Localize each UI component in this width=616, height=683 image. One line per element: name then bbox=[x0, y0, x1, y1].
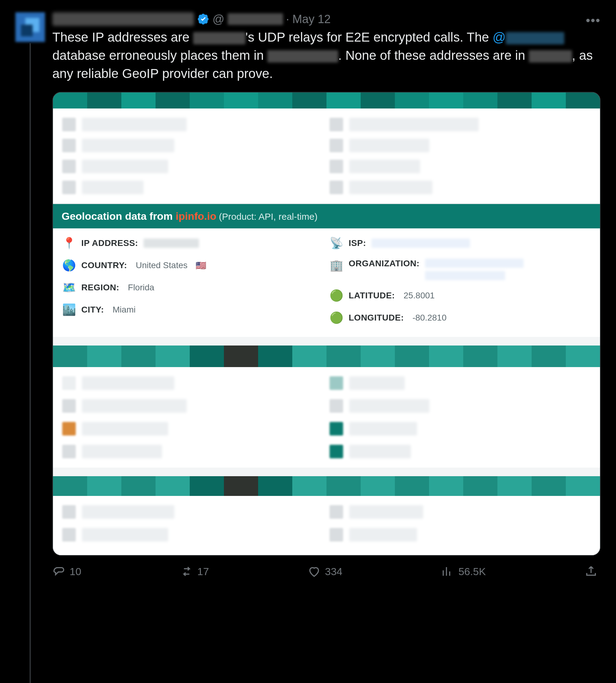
lat-icon: 🟢 bbox=[330, 289, 343, 302]
tweet-content: @ · May 12 ••• These IP addresses are 's… bbox=[52, 12, 600, 578]
pin-icon: 📍 bbox=[62, 236, 76, 250]
label-country: COUNTRY: bbox=[81, 260, 127, 270]
reply-count: 10 bbox=[70, 565, 81, 578]
thread-line bbox=[29, 43, 31, 683]
geo-section-3-header-blur bbox=[53, 345, 600, 367]
mention-at: @ bbox=[492, 30, 506, 44]
views-count: 56.5K bbox=[458, 565, 486, 578]
redacted-location-2 bbox=[529, 50, 572, 63]
geo-section-4-body-blur bbox=[53, 496, 600, 555]
city-icon: 🏙️ bbox=[62, 303, 76, 317]
value-lon: -80.2810 bbox=[412, 313, 447, 323]
geo-heading-prefix: Geolocation data from bbox=[62, 210, 176, 222]
value-city: Miami bbox=[113, 305, 136, 315]
like-button[interactable]: 334 bbox=[308, 565, 343, 578]
value-org-redacted-1 bbox=[425, 259, 524, 268]
verified-badge-icon bbox=[197, 13, 210, 25]
handle-redacted[interactable] bbox=[227, 13, 283, 25]
text-p2: 's UDP relays for E2E encrypted calls. T… bbox=[245, 30, 492, 44]
row-ip: 📍 IP ADDRESS: bbox=[62, 236, 324, 250]
tweet-container: @ · May 12 ••• These IP addresses are 's… bbox=[0, 0, 616, 590]
redacted-mention bbox=[506, 32, 564, 44]
like-count: 334 bbox=[325, 565, 343, 578]
geo-section-3-body-blur bbox=[53, 367, 600, 468]
row-lat: 🟢 LATITUDE: 25.8001 bbox=[330, 289, 591, 302]
value-org-redacted-2 bbox=[425, 271, 505, 280]
us-flag-icon: 🇺🇸 bbox=[196, 260, 206, 271]
redacted-company bbox=[193, 32, 245, 44]
geo-panel-clear: Geolocation data from ipinfo.io (Product… bbox=[53, 204, 600, 337]
label-city: CITY: bbox=[81, 305, 104, 315]
geo-section-1-body-blur bbox=[53, 108, 600, 204]
separator-dot: · bbox=[286, 13, 289, 26]
value-lat: 25.8001 bbox=[403, 291, 435, 300]
text-p1: These IP addresses are bbox=[52, 30, 193, 44]
geo-heading-paren: (Product: API, real-time) bbox=[216, 211, 317, 221]
avatar[interactable] bbox=[16, 12, 45, 42]
more-button[interactable]: ••• bbox=[586, 14, 600, 27]
reply-button[interactable]: 10 bbox=[52, 565, 81, 578]
geo-grid: 📍 IP ADDRESS: 🌎 COUNTRY: United States 🇺… bbox=[53, 228, 600, 337]
embedded-image[interactable]: Geolocation data from ipinfo.io (Product… bbox=[52, 92, 600, 556]
row-region: 🗺️ REGION: Florida bbox=[62, 281, 324, 294]
retweet-icon bbox=[180, 565, 193, 578]
building-icon: 🏢 bbox=[330, 259, 343, 272]
separator-2 bbox=[53, 468, 600, 476]
row-isp: 📡 ISP: bbox=[330, 236, 591, 250]
geo-panel-heading: Geolocation data from ipinfo.io (Product… bbox=[53, 204, 600, 228]
label-org: ORGANIZATION: bbox=[349, 259, 419, 269]
separator bbox=[53, 337, 600, 345]
share-button[interactable] bbox=[585, 565, 597, 578]
tweet-actions: 10 17 334 56.5K bbox=[52, 565, 600, 578]
avatar-column bbox=[16, 12, 45, 578]
value-ip-redacted bbox=[144, 238, 199, 248]
text-p4: . None of these addresses are in bbox=[338, 48, 529, 63]
reply-icon bbox=[52, 565, 65, 578]
lon-icon: 🟢 bbox=[330, 311, 343, 324]
views-icon bbox=[441, 565, 454, 578]
tweet-date[interactable]: May 12 bbox=[292, 13, 331, 26]
redacted-location-1 bbox=[267, 50, 338, 63]
value-country: United States bbox=[136, 260, 188, 270]
geo-heading-brand: ipinfo.io bbox=[176, 210, 216, 222]
label-lat: LATITUDE: bbox=[349, 291, 395, 300]
mention-link[interactable]: @ bbox=[492, 30, 564, 44]
label-region: REGION: bbox=[81, 283, 119, 293]
label-ip: IP ADDRESS: bbox=[81, 238, 138, 248]
value-isp-redacted bbox=[371, 238, 470, 248]
map-icon: 🗺️ bbox=[62, 281, 76, 294]
row-lon: 🟢 LONGITUDE: -80.2810 bbox=[330, 311, 591, 324]
display-name-redacted[interactable] bbox=[52, 12, 194, 26]
row-org: 🏢 ORGANIZATION: bbox=[330, 259, 591, 280]
row-city: 🏙️ CITY: Miami bbox=[62, 303, 324, 317]
share-icon bbox=[585, 565, 597, 578]
geo-section-1-header-blur bbox=[53, 92, 600, 108]
row-country: 🌎 COUNTRY: United States 🇺🇸 bbox=[62, 259, 324, 272]
geo-section-4-header-blur bbox=[53, 476, 600, 496]
tweet-text: These IP addresses are 's UDP relays for… bbox=[52, 28, 600, 83]
globe-icon: 🌎 bbox=[62, 259, 76, 272]
label-isp: ISP: bbox=[349, 238, 366, 248]
antenna-icon: 📡 bbox=[330, 236, 343, 250]
handle-at: @ bbox=[213, 13, 224, 26]
retweet-count: 17 bbox=[197, 565, 209, 578]
value-region: Florida bbox=[128, 283, 154, 293]
label-lon: LONGITUDE: bbox=[349, 313, 404, 323]
heart-icon bbox=[308, 565, 321, 578]
views-button[interactable]: 56.5K bbox=[441, 565, 486, 578]
text-p3: database erroneously places them in bbox=[52, 48, 267, 63]
retweet-button[interactable]: 17 bbox=[180, 565, 209, 578]
tweet-header: @ · May 12 ••• bbox=[52, 12, 600, 26]
